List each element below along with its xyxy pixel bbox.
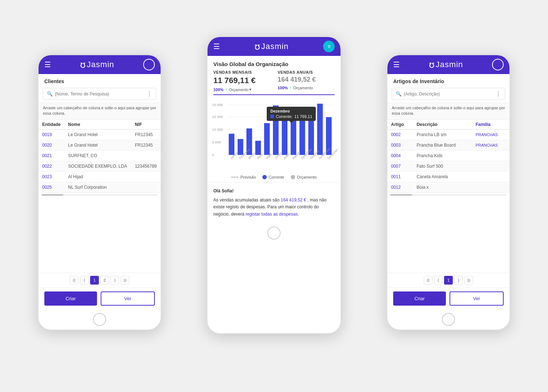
right-search-input[interactable] (404, 91, 495, 97)
right-page-last[interactable]: ⟩⟩ (464, 276, 473, 285)
right-cell-descricao: Prancha Blue Board (413, 140, 472, 150)
left-cell-entidade[interactable]: 0021 (39, 150, 64, 161)
left-menu-icon[interactable]: ☰ (44, 60, 51, 69)
right-avatar[interactable] (492, 59, 504, 70)
left-search-bar[interactable]: 🔍 ⋮ (43, 88, 156, 100)
vendas-anuais-value: 164 419,52 € (278, 76, 335, 83)
right-logo: ʊ Jasmin (429, 59, 463, 70)
right-search-dots[interactable]: ⋮ (495, 90, 501, 97)
vendas-mensais-orcamento[interactable]: Orçamento ▾ (229, 87, 251, 92)
svg-text:10 000: 10 000 (212, 127, 223, 131)
right-cell-familia (472, 182, 509, 192)
right-search-bar[interactable]: 🔍 ⋮ (392, 88, 505, 100)
center-avatar[interactable]: ʊ (323, 41, 335, 52)
left-avatar[interactable] (143, 59, 155, 70)
right-page-first[interactable]: ⟨⟨ (424, 276, 432, 285)
message-register-link[interactable]: registar todas as despesas. (246, 212, 299, 217)
left-table-row[interactable]: 0021 SURFNET, CO (39, 150, 161, 161)
left-criar-button[interactable]: Criar (44, 291, 97, 306)
left-page-2[interactable]: 2 (100, 276, 109, 285)
right-phone: ☰ ʊ Jasmin Artigos de Inventário 🔍 ⋮ Arr… (387, 54, 510, 330)
left-page-1[interactable]: 1 (90, 276, 99, 285)
left-cell-entidade[interactable]: 0019 (39, 129, 64, 140)
message-body: As vendas acumuladas atuais são 164 419,… (213, 197, 335, 218)
left-home-button[interactable] (39, 309, 161, 330)
chart-container: 20 000 15 000 10 000 5 000 0 (210, 99, 338, 172)
right-cell-artigo[interactable]: 0002 (387, 129, 413, 140)
left-page-first[interactable]: ⟨⟨ (70, 276, 78, 285)
right-cell-familia: PRANCHAS (472, 129, 509, 140)
left-cell-entidade[interactable]: 0022 (39, 161, 64, 171)
left-page-next[interactable]: ⟩ (110, 276, 119, 285)
right-data-table: Artigo Descrição Família 0002 Prancha LB… (387, 120, 509, 193)
message-greeting: Olá Sofia! (213, 188, 335, 195)
left-page-prev[interactable]: ⟨ (80, 276, 89, 285)
tooltip-row: Corrente: 11 769,11 (270, 114, 312, 119)
center-menu-icon[interactable]: ☰ (213, 42, 220, 51)
message-amount-link[interactable]: 164 419,52 € (281, 197, 306, 203)
left-search-dots[interactable]: ⋮ (146, 90, 152, 97)
right-col-familia: Família (472, 120, 509, 130)
chart-tooltip: Dezembro Corrente: 11 769,11 (267, 107, 316, 121)
right-table-row[interactable]: 0012 Boia x (387, 182, 509, 192)
right-cell-familia: PRANCHAS (472, 140, 509, 150)
right-table-row[interactable]: 0011 Caneta Amarela (387, 171, 509, 182)
right-cell-artigo[interactable]: 0007 (387, 161, 413, 171)
right-page-next[interactable]: ⟩ (454, 276, 463, 285)
left-phone-header: ☰ ʊ Jasmin (39, 55, 161, 74)
right-cell-artigo[interactable]: 0003 (387, 140, 413, 150)
center-phone-header: ☰ ʊ Jasmin ʊ (207, 37, 341, 56)
right-logo-text: Jasmin (436, 60, 463, 69)
right-page-prev[interactable]: ⟨ (434, 276, 443, 285)
right-table-row[interactable]: 0003 Prancha Blue Board PRANCHAS (387, 140, 509, 150)
right-logo-j: ʊ (429, 59, 435, 70)
right-cell-artigo[interactable]: 0004 (387, 150, 413, 161)
center-home-circle (267, 226, 281, 240)
right-ver-button[interactable]: Ver (450, 291, 504, 306)
vendas-anuais-label: VENDAS ANUAIS (278, 70, 335, 74)
left-cell-nif: 123456789 (131, 161, 161, 171)
vendas-anuais-arrow: ↑ (289, 85, 292, 90)
right-menu-icon[interactable]: ☰ (393, 60, 400, 69)
left-cell-entidade[interactable]: 0023 (39, 171, 64, 182)
left-col-entidade: Entidade (39, 120, 64, 130)
right-home-button[interactable] (387, 309, 509, 330)
left-table-row[interactable]: 0019 Le Grand Hotel FR12345 (39, 129, 161, 140)
right-cell-artigo[interactable]: 0011 (387, 171, 413, 182)
right-table-row[interactable]: 0004 Prancha Kids (387, 150, 509, 161)
legend-previsao-icon (231, 177, 238, 177)
right-cell-artigo[interactable]: 0012 (387, 182, 413, 192)
right-pagination: ⟨⟨ ⟨ 1 ⟩ ⟩⟩ (387, 273, 509, 287)
left-ver-button[interactable]: Ver (101, 291, 155, 306)
left-cell-nif (131, 182, 161, 192)
left-cell-nome: Al Hijad (64, 171, 131, 182)
left-phone: ☰ ʊ Jasmin Clientes 🔍 ⋮ Arraste um cabeç… (38, 54, 161, 330)
left-table-row[interactable]: 0022 SOCIEDADE EXEMPLO, LDA 123456789 (39, 161, 161, 171)
left-search-icon: 🔍 (47, 91, 53, 97)
metrics-row: VENDAS MENSAIS 11 769,11 € 100% ↑ Orçame… (207, 70, 341, 92)
svg-text:0: 0 (212, 153, 214, 157)
left-cell-nif (131, 171, 161, 182)
center-home-button[interactable] (207, 223, 341, 243)
left-table-row[interactable]: 0023 Al Hijad (39, 171, 161, 182)
right-table-row[interactable]: 0007 Fato Surf 500 (387, 161, 509, 171)
left-home-circle (93, 313, 106, 326)
left-table-row[interactable]: 0025 NL Surf Corporation (39, 182, 161, 192)
right-criar-button[interactable]: Criar (393, 291, 446, 306)
chart-area: 20 000 15 000 10 000 5 000 0 (207, 99, 341, 182)
svg-text:5 000: 5 000 (212, 140, 221, 144)
legend-orcamento-dot (291, 175, 295, 179)
left-cell-entidade[interactable]: 0020 (39, 140, 64, 150)
left-logo: ʊ Jasmin (80, 59, 114, 70)
left-cell-entidade[interactable]: 0025 (39, 182, 64, 192)
tooltip-dot (270, 115, 274, 118)
left-page-last[interactable]: ⟩⟩ (121, 276, 129, 285)
left-table-row[interactable]: 0020 Le Grand Hotel FR12345 (39, 140, 161, 150)
svg-rect-10 (229, 134, 234, 155)
left-search-input[interactable] (55, 91, 146, 97)
right-search-icon: 🔍 (396, 91, 402, 97)
message-area: Olá Sofia! As vendas acumuladas atuais s… (207, 182, 341, 223)
right-page-1[interactable]: 1 (444, 276, 453, 285)
svg-rect-14 (264, 123, 270, 155)
right-table-row[interactable]: 0002 Prancha LB sm PRANCHAS (387, 129, 509, 140)
